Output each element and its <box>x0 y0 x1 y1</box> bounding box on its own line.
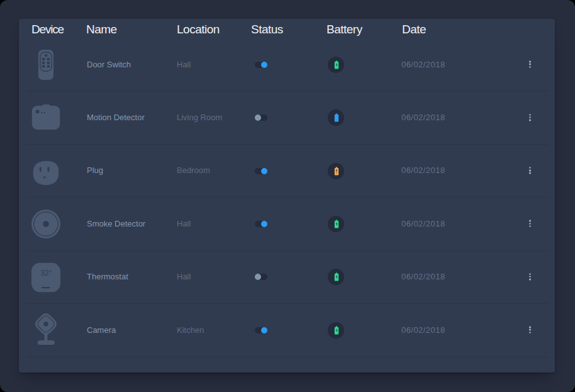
svg-text:32°: 32° <box>40 268 52 277</box>
